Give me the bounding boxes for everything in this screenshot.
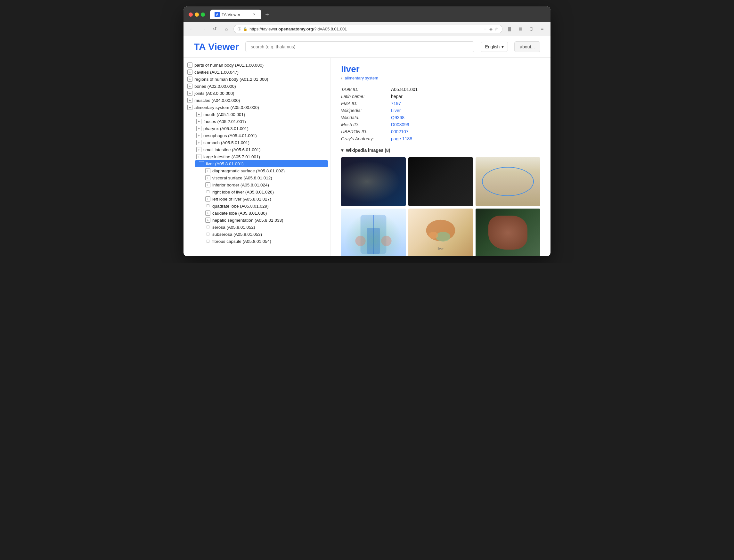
- search-input[interactable]: [245, 41, 474, 52]
- sidebar-item-hepatic-seg[interactable]: + hepatic segmentation (A05.8.01.033): [202, 217, 331, 224]
- expand-icon[interactable]: +: [187, 84, 193, 89]
- wiki-image-3[interactable]: [475, 157, 540, 206]
- sidebar-item-left-lobe[interactable]: + left lobe of liver (A05.8.01.027): [202, 195, 331, 202]
- expand-icon[interactable]: +: [205, 168, 210, 173]
- alimentary-children: + mouth (A05.1.00.001) + fauces (A05.2.0…: [184, 111, 331, 245]
- expand-icon[interactable]: +: [196, 154, 202, 159]
- breadcrumb-parent-link[interactable]: alimentary system: [345, 76, 378, 80]
- sidebar-item-fauces[interactable]: + fauces (A05.2.01.001): [193, 118, 331, 125]
- sidebar-item-cavities[interactable]: + cavities (A01.1.00.047): [184, 69, 331, 76]
- wiki-image-5[interactable]: liver: [408, 209, 473, 257]
- field-value-mesh[interactable]: D008099: [391, 122, 540, 127]
- reader-view-icon[interactable]: ▤: [516, 24, 525, 33]
- expand-icon[interactable]: +: [196, 140, 202, 145]
- minimize-window-button[interactable]: [195, 12, 199, 17]
- field-label-wikipedia: Wikipedia:: [341, 108, 386, 113]
- wiki-image-1[interactable]: [341, 157, 406, 206]
- bookmark-star-icon[interactable]: ☆: [494, 27, 498, 31]
- svg-point-6: [436, 232, 450, 241]
- sidebar-item-liver[interactable]: − liver (A05.8.01.001): [195, 160, 328, 167]
- address-bar[interactable]: ⓘ 🔒 https://taviewer.openanatomy.org/?id…: [234, 25, 502, 33]
- tab-label: TA Viewer: [222, 12, 240, 17]
- sidebar-item-joints[interactable]: + joints (A03.0.00.000): [184, 90, 331, 97]
- leaf-icon: ☐: [205, 232, 210, 237]
- sidebar-item-alimentary[interactable]: − alimentary system (A05.0.00.000): [184, 104, 331, 111]
- svg-text:liver: liver: [437, 246, 444, 250]
- sidebar-item-serosa[interactable]: ☐ serosa (A05.8.01.052): [202, 224, 331, 231]
- svg-point-7: [428, 232, 438, 238]
- sidebar-item-parts[interactable]: + parts of human body (A01.1.00.000): [184, 62, 331, 69]
- sidebar-item-diaphragmatic[interactable]: + diaphragmatic surface (A05.8.01.002): [202, 167, 331, 174]
- expand-icon[interactable]: +: [187, 91, 193, 96]
- close-window-button[interactable]: [189, 12, 193, 17]
- maximize-window-button[interactable]: [201, 12, 205, 17]
- field-value-uberon[interactable]: 0002107: [391, 129, 540, 134]
- expand-icon[interactable]: +: [196, 112, 202, 117]
- field-value-wikipedia[interactable]: Liver: [391, 108, 540, 113]
- tab-close-button[interactable]: ×: [252, 12, 257, 17]
- sidebar-item-fibrous-capsule[interactable]: ☐ fibrous capsule (A05.8.01.054): [202, 238, 331, 245]
- title-bar: A TA Viewer × +: [184, 6, 550, 22]
- sidebar-item-right-lobe[interactable]: ☐ right lobe of liver (A05.8.01.026): [202, 188, 331, 195]
- expand-icon[interactable]: +: [196, 119, 202, 124]
- collapse-icon[interactable]: −: [187, 105, 193, 110]
- sidebar-item-pharynx[interactable]: + pharynx (A05.3.01.001): [193, 125, 331, 132]
- pocket-icon[interactable]: ◈: [489, 27, 492, 31]
- nav-bar: ← → ↺ ⌂ ⓘ 🔒 https://taviewer.openanatomy…: [184, 22, 550, 36]
- active-tab[interactable]: A TA Viewer ×: [210, 10, 261, 19]
- expand-icon[interactable]: +: [196, 133, 202, 138]
- expand-icon[interactable]: +: [205, 196, 210, 202]
- field-label-fma: FMA ID:: [341, 101, 386, 106]
- menu-icon[interactable]: ≡: [538, 24, 547, 33]
- refresh-button[interactable]: ↺: [210, 24, 219, 33]
- about-button[interactable]: about...: [514, 41, 540, 52]
- sidebar-item-caudate[interactable]: + caudate lobe (A05.8.01.030): [202, 210, 331, 217]
- sidebar-item-subserosa[interactable]: ☐ subserosa (A05.8.01.053): [202, 231, 331, 238]
- images-section-header[interactable]: ▾ Wikipedia images (8): [341, 148, 540, 153]
- field-value-fma[interactable]: 7197: [391, 101, 540, 106]
- field-value-grays[interactable]: page 1188: [391, 136, 540, 141]
- expand-icon[interactable]: +: [205, 210, 210, 216]
- sidebar-item-bones[interactable]: + bones (A02.0.00.000): [184, 83, 331, 90]
- language-selector[interactable]: English ▾: [481, 42, 508, 52]
- field-label-ta98: TA98 ID:: [341, 87, 386, 92]
- sidebar-item-inferior-border[interactable]: + inferior border (A05.8.01.024): [202, 181, 331, 188]
- sidebar-item-regions[interactable]: + regions of human body (A01.2.01.000): [184, 76, 331, 83]
- expand-icon[interactable]: +: [205, 175, 210, 180]
- expand-icon[interactable]: +: [187, 62, 193, 68]
- field-value-latin: hepar: [391, 94, 540, 99]
- expand-icon[interactable]: +: [187, 98, 193, 103]
- expand-icon[interactable]: +: [196, 147, 202, 152]
- sidebar-item-quadrate[interactable]: ☐ quadrate lobe (A05.8.01.029): [202, 202, 331, 210]
- sidebar-item-stomach[interactable]: + stomach (A05.5.01.001): [193, 139, 331, 146]
- sidebar-item-muscles[interactable]: + muscles (A04.0.00.000): [184, 97, 331, 104]
- wiki-image-2[interactable]: [408, 157, 473, 206]
- new-tab-button[interactable]: +: [263, 10, 272, 19]
- sidebar-item-large-intestine[interactable]: + large intestine (A05.7.01.001): [193, 153, 331, 160]
- forward-button[interactable]: →: [199, 24, 208, 33]
- svg-point-3: [355, 235, 366, 246]
- wiki-image-4[interactable]: [341, 209, 406, 257]
- expand-icon[interactable]: +: [205, 182, 210, 187]
- svg-point-4: [381, 235, 391, 246]
- more-options-icon[interactable]: ···: [484, 27, 487, 31]
- bookmarks-icon[interactable]: |||: [505, 24, 514, 33]
- detail-panel: liver / alimentary system TA98 ID: A05.8…: [331, 58, 550, 256]
- back-button[interactable]: ←: [187, 24, 196, 33]
- home-button[interactable]: ⌂: [222, 24, 231, 33]
- breadcrumb: / alimentary system: [341, 76, 540, 80]
- expand-icon[interactable]: +: [187, 70, 193, 75]
- wiki-image-6[interactable]: [475, 209, 540, 257]
- expand-icon[interactable]: +: [196, 126, 202, 131]
- field-value-wikidata[interactable]: Q9368: [391, 115, 540, 120]
- expand-icon[interactable]: +: [187, 77, 193, 82]
- sidebar-item-visceral[interactable]: + visceral surface (A05.8.01.012): [202, 174, 331, 181]
- nav-icons: ||| ▤ ⬡ ≡: [505, 24, 547, 33]
- collapse-icon[interactable]: −: [199, 161, 204, 166]
- extensions-icon[interactable]: ⬡: [527, 24, 536, 33]
- sidebar-item-mouth[interactable]: + mouth (A05.1.00.001): [193, 111, 331, 118]
- sidebar-item-small-intestine[interactable]: + small intestine (A05.6.01.001): [193, 146, 331, 153]
- info-table: TA98 ID: A05.8.01.001 Latin name: hepar …: [341, 87, 540, 141]
- expand-icon[interactable]: +: [205, 218, 210, 223]
- sidebar-item-oesophagus[interactable]: + oesophagus (A05.4.01.001): [193, 132, 331, 139]
